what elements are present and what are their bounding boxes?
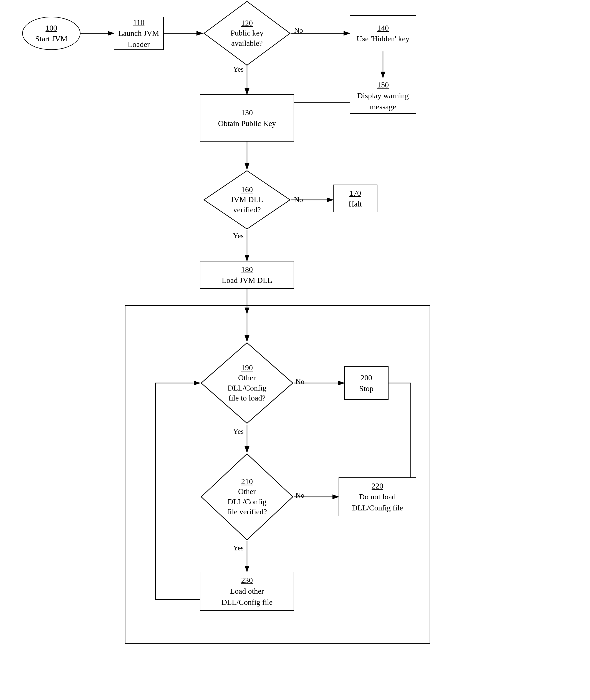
shape-150: 150Display warningmessage — [350, 78, 416, 114]
shape-140: 140Use 'Hidden' key — [350, 15, 416, 52]
label-no-120: No — [294, 26, 303, 35]
shape-190: 190Other DLL/Configfile to load? — [200, 341, 294, 425]
label-yes-210: Yes — [233, 544, 244, 552]
label-no-210: No — [296, 491, 304, 500]
label-no-190: No — [296, 378, 304, 386]
shape-170: 170Halt — [333, 185, 377, 212]
label-yes-190: Yes — [233, 427, 244, 436]
label-yes-160: Yes — [233, 232, 244, 240]
label-yes-120: Yes — [233, 65, 244, 74]
shape-110: 110Launch JVMLoader — [114, 17, 164, 50]
label-no-160: No — [294, 196, 303, 204]
shape-180: 180Load JVM DLL — [200, 261, 294, 289]
shape-120: 120Public keyavailable? — [203, 0, 291, 67]
shape-200: 200Stop — [344, 366, 389, 400]
shape-130: 130Obtain Public Key — [200, 94, 294, 141]
shape-160: 160JVM DLLverified? — [203, 169, 291, 230]
shape-230: 230Load otherDLL/Config file — [200, 572, 294, 611]
shape-220: 220Do not loadDLL/Config file — [338, 477, 416, 516]
shape-210: 210Other DLL/Configfile verified? — [200, 453, 294, 541]
shape-100: 100Start JVM — [22, 17, 81, 50]
